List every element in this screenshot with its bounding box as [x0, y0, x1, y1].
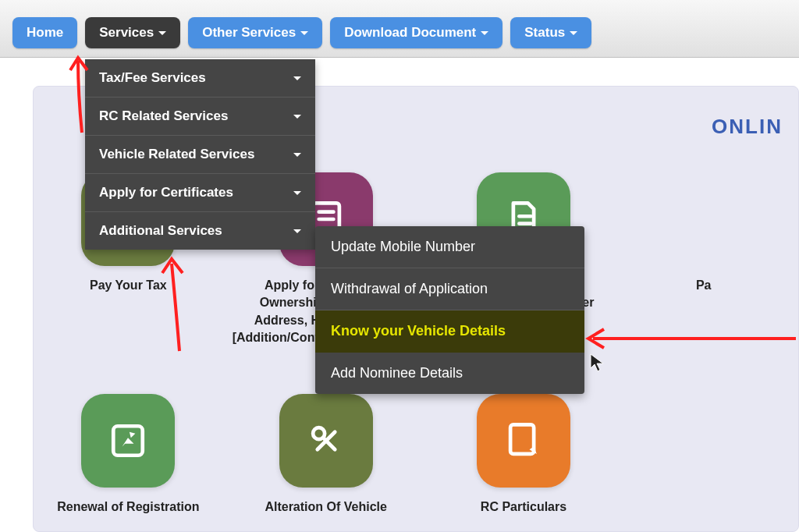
- menu-vehicle-related-label: Vehicle Related Services: [99, 147, 254, 162]
- nav-other-services[interactable]: Other Services: [188, 17, 322, 48]
- chevron-down-icon: [293, 115, 301, 119]
- additional-services-submenu: Update Mobile Number Withdrawal of Appli…: [315, 226, 584, 394]
- nav-download-document[interactable]: Download Document: [330, 17, 502, 48]
- submenu-know-vehicle-details[interactable]: Know your Vehicle Details: [315, 310, 584, 353]
- nav-status-label: Status: [524, 25, 565, 41]
- tile-rc-particulars-label: RC Particulars: [481, 498, 566, 516]
- nav-download-document-label: Download Document: [344, 25, 476, 41]
- nav-home-label: Home: [27, 25, 63, 41]
- submenu-add-nominee-label: Add Nominee Details: [331, 365, 463, 381]
- submenu-know-vehicle-label: Know your Vehicle Details: [331, 323, 506, 339]
- tile-partial[interactable]: Pa: [627, 172, 779, 347]
- nav-services[interactable]: Services: [85, 17, 180, 48]
- tile-rc-particulars[interactable]: RC Particulars: [448, 394, 600, 516]
- nav-status[interactable]: Status: [510, 17, 591, 48]
- menu-rc-related-services[interactable]: RC Related Services: [85, 98, 315, 136]
- chevron-down-icon: [293, 229, 301, 233]
- menu-tax-fee-label: Tax/Fee Services: [99, 70, 206, 86]
- renewal-icon: [81, 394, 175, 488]
- menu-apply-cert-label: Apply for Certificates: [99, 185, 233, 200]
- tile-alteration-label: Alteration Of Vehicle: [265, 498, 386, 516]
- menu-apply-for-certificates[interactable]: Apply for Certificates: [85, 174, 315, 212]
- tile-alteration[interactable]: Alteration Of Vehicle: [233, 394, 420, 516]
- alteration-icon: [279, 394, 373, 488]
- chevron-down-icon: [300, 31, 308, 35]
- tile-pay-tax-label: Pay Your Tax: [90, 277, 167, 294]
- tile-renewal-label: Renewal of Registration: [57, 498, 199, 516]
- submenu-add-nominee[interactable]: Add Nominee Details: [315, 353, 584, 394]
- nav-services-label: Services: [99, 25, 154, 41]
- tile-partial-label: Pa: [696, 277, 712, 294]
- cursor-icon: [589, 353, 606, 373]
- chevron-down-icon: [293, 191, 301, 195]
- menu-additional-label: Additional Services: [99, 223, 222, 239]
- chevron-down-icon: [158, 31, 166, 35]
- chevron-down-icon: [570, 31, 577, 35]
- tile-renewal[interactable]: Renewal of Registration: [52, 394, 204, 516]
- nav-other-services-label: Other Services: [202, 25, 296, 41]
- submenu-withdrawal[interactable]: Withdrawal of Application: [315, 268, 584, 310]
- menu-vehicle-related-services[interactable]: Vehicle Related Services: [85, 136, 315, 174]
- rc-particulars-icon: [477, 394, 570, 488]
- navbar: Home Services Other Services Download Do…: [0, 0, 799, 58]
- panel-title: ONLIN: [712, 115, 783, 139]
- nav-home[interactable]: Home: [12, 17, 77, 48]
- services-dropdown: Tax/Fee Services RC Related Services Veh…: [85, 59, 315, 250]
- menu-tax-fee-services[interactable]: Tax/Fee Services: [85, 59, 315, 98]
- submenu-update-mobile[interactable]: Update Mobile Number: [315, 226, 584, 268]
- menu-rc-related-label: RC Related Services: [99, 108, 228, 124]
- submenu-withdrawal-label: Withdrawal of Application: [331, 281, 488, 296]
- submenu-update-mobile-label: Update Mobile Number: [331, 239, 475, 254]
- chevron-down-icon: [293, 153, 301, 157]
- menu-additional-services[interactable]: Additional Services: [85, 212, 315, 250]
- chevron-down-icon: [481, 31, 488, 35]
- chevron-down-icon: [293, 76, 301, 80]
